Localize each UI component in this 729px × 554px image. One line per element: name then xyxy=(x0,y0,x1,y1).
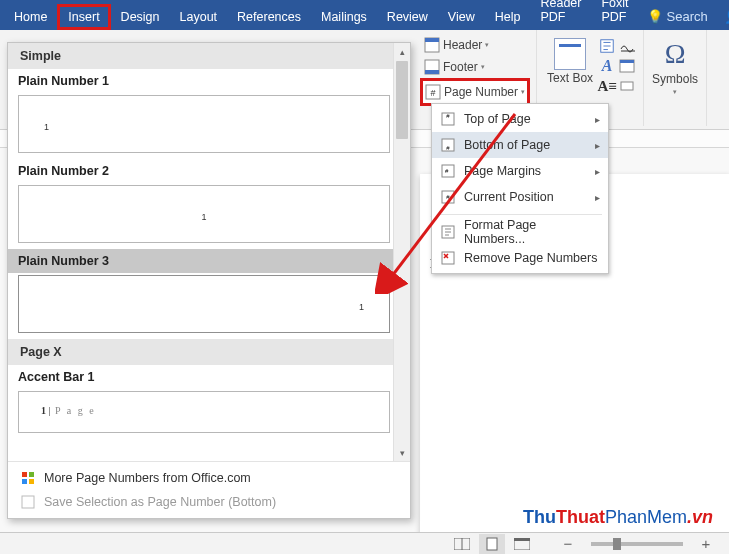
svg-rect-28 xyxy=(487,538,497,550)
tab-foxit-reader-pdf[interactable]: Foxit Reader PDF xyxy=(530,0,591,30)
text-box-icon xyxy=(554,38,586,70)
chevron-right-icon: ▸ xyxy=(595,140,600,151)
tab-layout[interactable]: Layout xyxy=(170,4,228,30)
chevron-down-icon: ▾ xyxy=(673,88,677,96)
svg-rect-3 xyxy=(425,70,439,74)
footer-label: Footer xyxy=(443,60,478,74)
tab-foxit-pdf[interactable]: Foxit PDF xyxy=(591,0,638,30)
gallery-preview-1[interactable]: 1 xyxy=(18,95,390,153)
share-button[interactable]: 👤 Sh xyxy=(716,3,729,30)
signature-line-icon[interactable] xyxy=(619,38,635,54)
bottom-page-icon: # xyxy=(440,137,456,153)
zoom-thumb[interactable] xyxy=(613,538,621,550)
gallery-item-plain-number-3[interactable]: Plain Number 3 xyxy=(8,249,393,273)
tab-help[interactable]: Help xyxy=(485,4,531,30)
svg-rect-8 xyxy=(620,60,634,63)
tab-mailings[interactable]: Mailings xyxy=(311,4,377,30)
zoom-out-button[interactable]: − xyxy=(555,534,581,554)
preview-number-right: 1 xyxy=(359,302,364,312)
format-icon xyxy=(440,224,456,240)
tab-design[interactable]: Design xyxy=(111,4,170,30)
menu-item-label: Current Position xyxy=(464,190,554,204)
menu-item-label: Top of Page xyxy=(464,112,531,126)
menu-item-remove-page-numbers[interactable]: Remove Page Numbers xyxy=(432,245,608,271)
date-time-icon[interactable] xyxy=(619,58,635,74)
svg-text:#: # xyxy=(430,88,435,98)
svg-rect-23 xyxy=(29,479,34,484)
tab-insert[interactable]: Insert xyxy=(57,4,110,30)
remove-icon xyxy=(440,250,456,266)
footer-icon xyxy=(424,59,440,75)
chevron-down-icon: ▾ xyxy=(481,63,485,71)
tab-home[interactable]: Home xyxy=(4,4,57,30)
menu-item-page-margins[interactable]: # Page Margins ▸ xyxy=(432,158,608,184)
wm-vn: .vn xyxy=(687,507,713,527)
wordart-icon[interactable]: A xyxy=(599,58,615,74)
page-number-label: Page Number xyxy=(444,85,518,99)
lightbulb-icon: 💡 xyxy=(647,9,663,24)
tell-me-search[interactable]: 💡 Search xyxy=(639,3,716,30)
menu-item-current-position[interactable]: # Current Position ▸ xyxy=(432,184,608,210)
gallery-item-plain-number-1[interactable]: Plain Number 1 xyxy=(8,69,393,93)
tab-review[interactable]: Review xyxy=(377,4,438,30)
gallery-scrollbar[interactable]: ▴ ▾ xyxy=(393,43,410,461)
object-icon[interactable] xyxy=(619,78,635,94)
margins-icon: # xyxy=(440,163,456,179)
menu-item-top-of-page[interactable]: # Top of Page ▸ xyxy=(432,106,608,132)
menu-item-format-page-numbers[interactable]: Format Page Numbers... xyxy=(432,219,608,245)
gallery-category-simple: Simple xyxy=(8,43,393,69)
footer-button[interactable]: Footer ▾ xyxy=(420,56,530,78)
tab-view[interactable]: View xyxy=(438,4,485,30)
menu-item-bottom-of-page[interactable]: # Bottom of Page ▸ xyxy=(432,132,608,158)
tab-references[interactable]: References xyxy=(227,4,311,30)
svg-rect-20 xyxy=(22,472,27,477)
scroll-thumb[interactable] xyxy=(396,61,408,139)
share-icon: 👤 xyxy=(724,9,729,24)
svg-rect-24 xyxy=(22,496,34,508)
gallery-item-accent-bar-1[interactable]: Accent Bar 1 xyxy=(8,365,393,389)
drop-cap-icon[interactable]: A≡ xyxy=(599,78,615,94)
gallery-preview-3[interactable]: 1 xyxy=(18,275,390,333)
scroll-down-icon[interactable]: ▾ xyxy=(394,444,410,461)
menu-separator xyxy=(438,214,602,215)
preview-page-label: 1 | P a g e xyxy=(41,405,96,416)
gallery-preview-4[interactable]: 1 | P a g e xyxy=(18,391,390,433)
gallery-category-page-x: Page X xyxy=(8,339,393,365)
chevron-right-icon: ▸ xyxy=(595,166,600,177)
office-icon xyxy=(20,470,36,486)
svg-rect-22 xyxy=(22,479,27,484)
tell-me-label: Search xyxy=(667,9,708,24)
current-position-icon: # xyxy=(440,189,456,205)
more-page-numbers-button[interactable]: More Page Numbers from Office.com xyxy=(14,466,404,490)
view-read-mode-button[interactable] xyxy=(449,534,475,554)
symbols-button[interactable]: Ω Symbols ▾ xyxy=(650,34,700,100)
menu-item-label: Page Margins xyxy=(464,164,541,178)
top-page-icon: # xyxy=(440,111,456,127)
zoom-slider[interactable] xyxy=(591,542,683,546)
zoom-in-button[interactable]: + xyxy=(693,534,719,554)
wm-thuat: Thuat xyxy=(556,507,605,527)
header-button[interactable]: Header ▾ xyxy=(420,34,530,56)
scroll-up-icon[interactable]: ▴ xyxy=(394,43,410,60)
view-web-layout-button[interactable] xyxy=(509,534,535,554)
wm-phanmem: PhanMem xyxy=(605,507,687,527)
page-number-button[interactable]: # Page Number ▾ xyxy=(420,78,530,106)
chevron-down-icon: ▾ xyxy=(485,41,489,49)
quick-parts-icon[interactable] xyxy=(599,38,615,54)
text-box-button[interactable]: Text Box xyxy=(543,34,597,89)
view-print-layout-button[interactable] xyxy=(479,534,505,554)
page-number-icon: # xyxy=(425,84,441,100)
svg-rect-21 xyxy=(29,472,34,477)
more-page-numbers-label: More Page Numbers from Office.com xyxy=(44,471,251,485)
save-selection-icon xyxy=(20,494,36,510)
watermark: ThuThuatPhanMem.vn xyxy=(523,507,713,528)
symbols-label: Symbols xyxy=(652,72,698,86)
page-number-gallery: Simple Plain Number 1 1 Plain Number 2 1… xyxy=(7,42,411,519)
gallery-preview-2[interactable]: 1 xyxy=(18,185,390,243)
preview-number-center: 1 xyxy=(201,212,206,222)
chevron-right-icon: ▸ xyxy=(595,114,600,125)
gallery-item-plain-number-2[interactable]: Plain Number 2 xyxy=(8,159,393,183)
save-selection-button: Save Selection as Page Number (Bottom) xyxy=(14,490,404,514)
menu-item-label: Format Page Numbers... xyxy=(464,218,600,246)
page-number-submenu: # Top of Page ▸ # Bottom of Page ▸ # Pag… xyxy=(431,103,609,274)
